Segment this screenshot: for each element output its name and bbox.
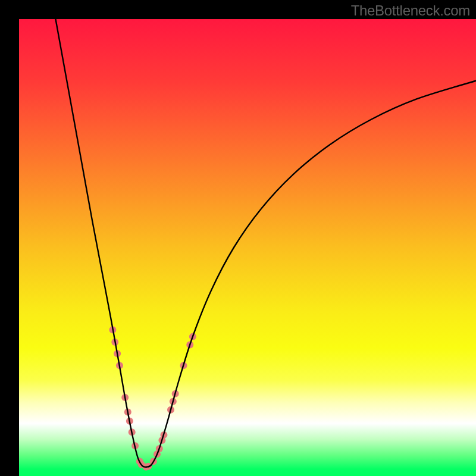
- gradient-background: [19, 19, 476, 476]
- chart-frame: TheBottleneck.com: [0, 0, 476, 476]
- chart-plot: [19, 19, 476, 476]
- watermark-text: TheBottleneck.com: [351, 2, 470, 19]
